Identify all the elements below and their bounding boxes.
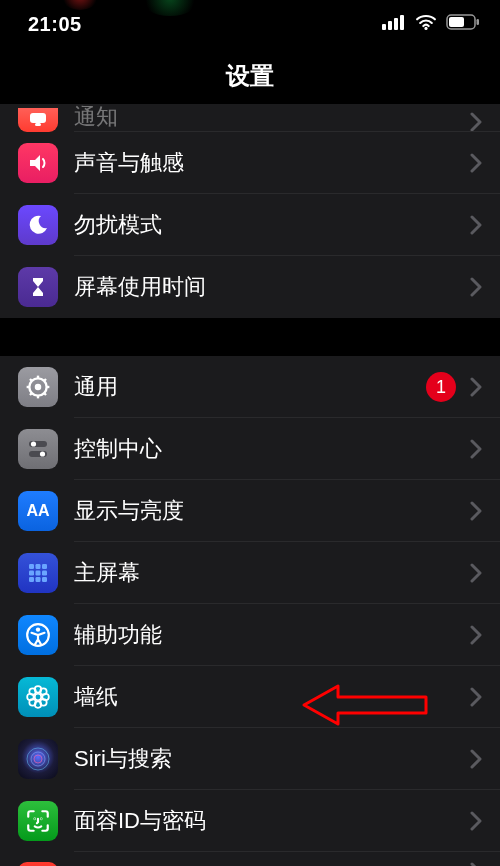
- chevron-right-icon: [470, 439, 482, 459]
- svg-rect-6: [477, 19, 480, 25]
- svg-rect-29: [42, 571, 47, 576]
- row-label: 控制中心: [74, 434, 466, 464]
- siri-icon: [18, 739, 58, 779]
- row-label: 主屏幕: [74, 558, 466, 588]
- svg-rect-8: [30, 113, 46, 123]
- svg-point-34: [36, 627, 40, 631]
- settings-row-display[interactable]: AA 显示与亮度: [0, 480, 500, 542]
- settings-row-control-center[interactable]: 控制中心: [0, 418, 500, 480]
- svg-rect-7: [449, 17, 464, 27]
- settings-row-accessibility[interactable]: 辅助功能: [0, 604, 500, 666]
- row-label: 勿扰模式: [74, 210, 466, 240]
- svg-point-4: [424, 27, 427, 30]
- switches-icon: [18, 429, 58, 469]
- phone-frame: 21:05 设置 通知: [0, 0, 500, 866]
- sos-icon: SOS: [18, 862, 58, 866]
- row-label: 声音与触感: [74, 148, 466, 178]
- chevron-right-icon: [470, 501, 482, 521]
- chevron-right-icon: [470, 153, 482, 173]
- page-title: 设置: [226, 60, 274, 92]
- row-label: 面容ID与密码: [74, 806, 466, 836]
- chevron-right-icon: [470, 862, 482, 866]
- row-label: 辅助功能: [74, 620, 466, 650]
- row-label: Siri与搜索: [74, 744, 466, 774]
- svg-rect-2: [394, 18, 398, 30]
- wallpaper-flower-icon: [18, 677, 58, 717]
- svg-rect-24: [29, 564, 34, 569]
- settings-section-basics: 通知 声音与触感 勿扰模式 屏幕使用时间: [0, 104, 500, 318]
- settings-row-sos[interactable]: SOS SOS紧急联络: [0, 852, 500, 866]
- status-time: 21:05: [28, 13, 82, 36]
- row-label: SOS紧急联络: [74, 862, 466, 866]
- chevron-right-icon: [470, 625, 482, 645]
- chevron-right-icon: [470, 749, 482, 769]
- row-label: 屏幕使用时间: [74, 272, 466, 302]
- settings-row-siri[interactable]: Siri与搜索: [0, 728, 500, 790]
- svg-line-17: [44, 393, 46, 395]
- svg-rect-25: [36, 564, 41, 569]
- wifi-icon: [414, 14, 438, 34]
- row-label: 显示与亮度: [74, 496, 466, 526]
- homescreen-grid-icon: [18, 553, 58, 593]
- svg-line-19: [44, 379, 46, 381]
- status-bar: 21:05: [0, 0, 500, 48]
- svg-point-45: [31, 752, 45, 766]
- svg-rect-3: [400, 15, 404, 30]
- row-label: 墙纸: [74, 682, 466, 712]
- notification-badge: 1: [426, 372, 456, 402]
- chevron-right-icon: [470, 377, 482, 397]
- svg-point-46: [34, 755, 42, 763]
- svg-point-11: [35, 384, 42, 391]
- svg-point-44: [27, 748, 49, 770]
- settings-row-wallpaper[interactable]: 墙纸: [0, 666, 500, 728]
- settings-section-general: 通用 1 控制中心 AA 显示与亮度 主屏幕: [0, 356, 500, 866]
- accessibility-icon: [18, 615, 58, 655]
- svg-rect-31: [36, 577, 41, 582]
- display-brightness-icon: AA: [18, 491, 58, 531]
- battery-icon: [446, 14, 480, 34]
- settings-row-faceid[interactable]: 面容ID与密码: [0, 790, 500, 852]
- settings-row-sounds[interactable]: 声音与触感: [0, 132, 500, 194]
- svg-rect-32: [42, 577, 47, 582]
- svg-line-16: [30, 379, 32, 381]
- sounds-icon: [18, 143, 58, 183]
- hourglass-icon: [18, 267, 58, 307]
- svg-rect-30: [29, 577, 34, 582]
- svg-rect-0: [382, 24, 386, 30]
- svg-rect-27: [29, 571, 34, 576]
- svg-point-23: [40, 451, 45, 456]
- section-gap: [0, 318, 500, 356]
- settings-row-dnd[interactable]: 勿扰模式: [0, 194, 500, 256]
- chevron-right-icon: [470, 687, 482, 707]
- row-label: 通用: [74, 372, 426, 402]
- gear-icon: [18, 367, 58, 407]
- chevron-right-icon: [470, 215, 482, 235]
- settings-row-notifications[interactable]: 通知: [0, 104, 500, 132]
- faceid-icon: [18, 801, 58, 841]
- nav-header: 设置: [0, 48, 500, 104]
- notifications-icon: [18, 108, 58, 132]
- cellular-signal-icon: [382, 14, 406, 34]
- svg-rect-9: [35, 123, 41, 126]
- moon-icon: [18, 205, 58, 245]
- chevron-right-icon: [470, 811, 482, 831]
- svg-rect-1: [388, 21, 392, 30]
- chevron-right-icon: [470, 112, 482, 132]
- svg-point-21: [31, 441, 36, 446]
- status-indicators: [382, 14, 480, 34]
- svg-point-35: [35, 694, 42, 701]
- settings-row-screentime[interactable]: 屏幕使用时间: [0, 256, 500, 318]
- chevron-right-icon: [470, 277, 482, 297]
- svg-line-18: [30, 393, 32, 395]
- aa-glyph: AA: [26, 502, 49, 520]
- svg-rect-28: [36, 571, 41, 576]
- row-label: 通知: [74, 104, 466, 132]
- settings-row-general[interactable]: 通用 1: [0, 356, 500, 418]
- svg-rect-26: [42, 564, 47, 569]
- chevron-right-icon: [470, 563, 482, 583]
- settings-row-homescreen[interactable]: 主屏幕: [0, 542, 500, 604]
